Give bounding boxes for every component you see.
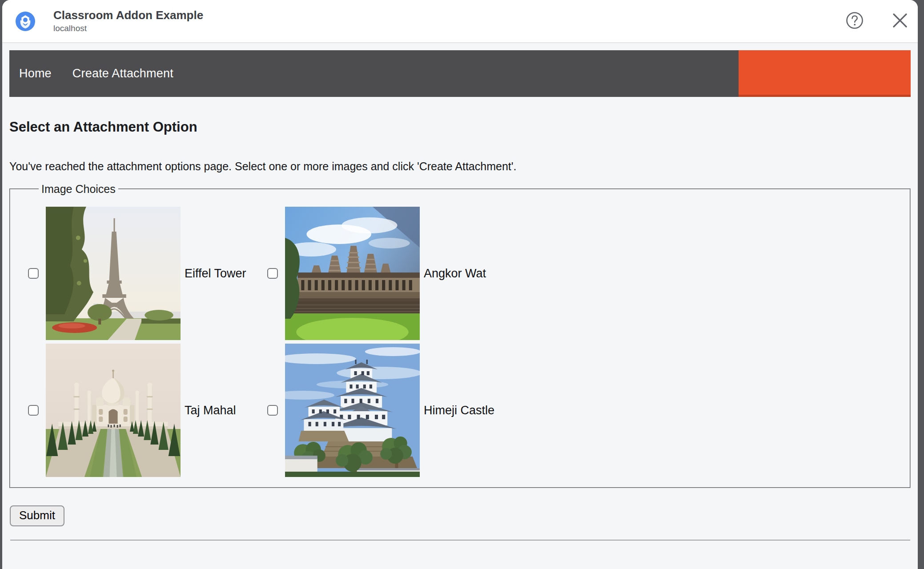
nav-accent-block [739,50,911,97]
eiffel-tower-label[interactable]: Eiffel Tower [185,267,246,280]
himeji-castle-checkbox[interactable] [267,405,278,416]
choice-taj-mahal: Taj Mahal [28,344,267,477]
close-icon [891,12,909,31]
addon-dialog: Classroom Addon Example localhost [2,0,918,569]
instructions-text: You've reached the attachment options pa… [9,160,911,173]
dialog-body: Home Create Attachment Select an Attachm… [2,50,918,541]
image-choices-fieldset: Image Choices [9,181,911,488]
choice-eiffel-tower: Eiffel Tower [28,207,267,340]
himeji-castle-image [285,344,420,477]
navbar: Home Create Attachment [9,50,911,97]
page-title: Select an Attachment Option [9,119,911,135]
dialog-titles: Classroom Addon Example localhost [53,8,203,34]
choice-himeji-castle: Himeji Castle [267,344,494,477]
dialog-title: Classroom Addon Example [53,8,203,22]
choice-row-1: Eiffel Tower [28,207,901,340]
eiffel-tower-image [46,207,181,340]
choice-angkor-wat: Angkor Wat [267,207,486,340]
bottom-divider [10,540,910,541]
nav-links: Home Create Attachment [9,50,739,97]
close-button[interactable] [890,12,910,31]
submit-button[interactable]: Submit [10,505,64,526]
angkor-wat-checkbox[interactable] [267,268,278,279]
help-button[interactable] [845,12,864,31]
taj-mahal-image [46,344,181,477]
dialog-header: Classroom Addon Example localhost [2,0,918,43]
nav-item-home[interactable]: Home [19,67,52,80]
nav-item-create-attachment[interactable]: Create Attachment [72,67,173,80]
help-icon [845,11,864,31]
addon-logo-icon [16,12,35,31]
angkor-wat-label[interactable]: Angkor Wat [424,267,486,280]
angkor-wat-image [285,207,420,340]
dialog-subtitle: localhost [53,24,203,34]
choice-row-2: Taj Mahal [28,344,901,477]
taj-mahal-label[interactable]: Taj Mahal [185,404,236,417]
image-choices-legend: Image Choices [39,181,118,196]
eiffel-tower-checkbox[interactable] [28,268,39,279]
himeji-castle-label[interactable]: Himeji Castle [424,404,494,417]
taj-mahal-checkbox[interactable] [28,405,39,416]
